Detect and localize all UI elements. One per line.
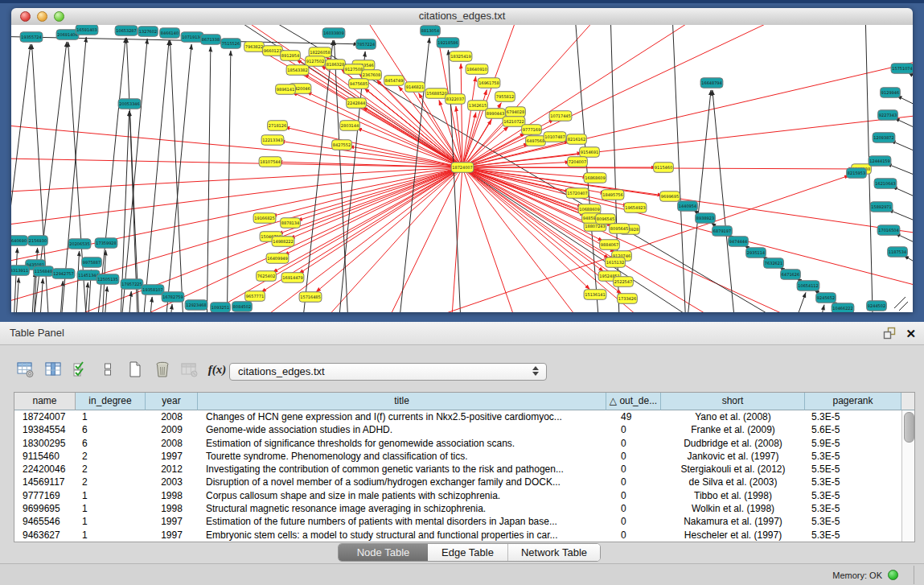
network-canvas[interactable]: 1872400779638229660123891295418226058912… <box>11 25 913 312</box>
column-header-short[interactable]: short <box>661 393 805 410</box>
graph-node[interactable]: 14988222 <box>272 237 294 247</box>
graph-node[interactable]: 10654112 <box>797 281 819 291</box>
graph-node[interactable]: 7515526 <box>221 39 241 49</box>
graph-node[interactable]: 18640910 <box>466 64 488 75</box>
graph-node[interactable]: 6471626 <box>781 270 801 280</box>
graph-node[interactable]: 8912954 <box>281 51 301 61</box>
graph-node[interactable]: 9146821 <box>405 82 425 93</box>
graph-node[interactable]: 16033809 <box>322 28 345 39</box>
column-header-title[interactable]: title <box>198 393 606 410</box>
graph-node[interactable]: 1733426 <box>618 294 638 304</box>
graph-node[interactable]: 1327602 <box>138 27 158 37</box>
graph-node[interactable]: 9129946 <box>881 88 901 98</box>
zoom-button[interactable] <box>54 11 64 22</box>
close-button[interactable] <box>20 11 31 22</box>
graph-node[interactable]: 9474444 <box>729 237 749 247</box>
graph-node[interactable]: 15716485 <box>299 292 322 303</box>
row-options-button[interactable] <box>98 359 117 380</box>
graph-node[interactable]: 2242844 <box>347 98 367 109</box>
graph-node[interactable]: 17359928 <box>95 238 117 249</box>
graph-node[interactable]: 16648794 <box>700 78 723 89</box>
graph-node[interactable]: 9896141 <box>276 84 296 95</box>
graph-node[interactable]: 16210722 <box>503 117 525 127</box>
graph-node[interactable]: 10717445 <box>549 111 572 122</box>
column-header-in_degree[interactable]: in_degree <box>76 393 146 410</box>
table-row[interactable]: 969969511998Structural magnetic resonanc… <box>14 502 914 515</box>
table-row[interactable]: 1456911722003Disruption of a novel membe… <box>14 476 914 488</box>
graph-node[interactable]: 1362615 <box>468 101 488 111</box>
graph-node[interactable]: 8938923 <box>696 213 716 224</box>
graph-node[interactable]: 10719134 <box>181 32 203 43</box>
graph-node[interactable]: 16409949 <box>266 253 289 264</box>
graph-node[interactable]: 18325419 <box>450 51 472 62</box>
table-scrollbar[interactable] <box>901 410 914 542</box>
graph-node[interactable]: 19358107 <box>142 285 164 295</box>
graph-node[interactable]: 19355724 <box>20 32 43 43</box>
graph-node[interactable]: 7625402 <box>257 271 277 282</box>
graph-node[interactable]: 15720407 <box>566 188 589 199</box>
graph-node[interactable]: 19654923 <box>624 203 647 213</box>
table-row[interactable]: 2242004622012Investigating the contribut… <box>14 463 914 476</box>
graph-node[interactable]: 8878134 <box>281 218 301 229</box>
graph-node[interactable]: 8671338 <box>201 35 221 45</box>
memory-status-indicator[interactable] <box>888 570 898 580</box>
graph-node[interactable]: 15688520 <box>425 89 448 99</box>
show-column-button[interactable] <box>43 359 63 380</box>
new-column-button[interactable] <box>125 359 145 380</box>
graph-node[interactable]: 9884067 <box>600 240 620 250</box>
function-builder-button[interactable]: f(x) <box>207 359 227 380</box>
graph-node[interactable]: 9975887 <box>82 257 102 268</box>
graph-node[interactable]: 9227343 <box>878 110 898 121</box>
graph-node[interactable]: 15751074 <box>891 64 913 74</box>
graph-node[interactable]: 9245652 <box>816 293 836 303</box>
graph-node[interactable]: 19166825 <box>253 213 276 224</box>
table-row[interactable]: 1872400712008Changes of HCN gene express… <box>14 410 914 423</box>
graph-node[interactable]: 6879197 <box>713 226 733 237</box>
graph-node[interactable]: 2718126 <box>268 121 288 131</box>
graph-node[interactable]: 8216162 <box>567 134 587 145</box>
graph-node[interactable]: 7632621 <box>764 258 784 269</box>
graph-node[interactable]: 1187534 <box>888 247 908 257</box>
graph-node[interactable]: 12213343 <box>261 135 284 146</box>
graph-node[interactable]: 12505135 <box>97 274 119 285</box>
delete-table-button[interactable] <box>180 359 199 380</box>
graph-node[interactable]: 8084502 <box>232 302 253 312</box>
graph-node[interactable]: 16868609 <box>584 173 606 183</box>
graph-node[interactable]: 6794028 <box>506 107 526 117</box>
table-row[interactable]: 1938455462009Genome-wide association stu… <box>14 423 914 436</box>
graph-node[interactable]: 1093251 <box>211 303 231 312</box>
graph-node[interactable]: 9115460 <box>654 163 674 173</box>
graph-node[interactable]: 2803144 <box>340 121 360 131</box>
graph-node[interactable]: 8322037 <box>446 94 466 105</box>
graph-node[interactable]: 2935114 <box>746 248 766 258</box>
graph-node[interactable]: 10466222 <box>832 303 854 312</box>
graph-node[interactable]: 17016504 <box>877 225 900 236</box>
graph-node[interactable]: 18543382 <box>286 65 309 76</box>
graph-node[interactable]: 1440954 <box>678 201 698 212</box>
graph-node[interactable]: 8813054 <box>421 26 441 36</box>
minimize-button[interactable] <box>37 11 47 22</box>
table-row[interactable]: 946362711997Embryonic stem cells: a mode… <box>14 529 914 542</box>
table-select[interactable]: citations_edges.txt <box>229 363 547 381</box>
graph-node[interactable]: 9154691 <box>580 147 600 158</box>
graph-node[interactable]: 2640690 <box>11 236 27 246</box>
table-row[interactable]: 1830029562008Estimation of significance … <box>14 437 914 450</box>
graph-node[interactable]: 9244502 <box>867 301 887 311</box>
table-row[interactable]: 977716911998Corpus callosum shape and si… <box>14 489 914 502</box>
tab-network-table[interactable]: Network Table <box>507 544 600 561</box>
graph-node[interactable]: 7955812 <box>495 92 515 102</box>
graph-node[interactable]: 8096545 <box>596 214 616 225</box>
table-row[interactable]: 911546021997Tourette syndrome. Phenomeno… <box>14 450 914 463</box>
column-header-year[interactable]: year <box>146 393 198 410</box>
graph-node[interactable]: 10107487 <box>544 132 566 142</box>
column-header-out_de[interactable]: △ out_de... <box>606 393 661 410</box>
column-header-pagerank[interactable]: pagerank <box>805 393 901 410</box>
tab-node-table[interactable]: Node Table <box>339 544 428 561</box>
graph-node[interactable]: 9777169 <box>522 125 542 135</box>
graph-node[interactable]: 18107544 <box>259 157 281 167</box>
graph-node[interactable]: 10653287 <box>115 26 138 36</box>
graph-node[interactable]: 8427552 <box>332 140 352 150</box>
graph-node[interactable]: 8454749 <box>384 76 405 86</box>
graph-node[interactable]: 20206535 <box>68 239 91 249</box>
graph-node[interactable]: 16210643 <box>874 179 897 189</box>
